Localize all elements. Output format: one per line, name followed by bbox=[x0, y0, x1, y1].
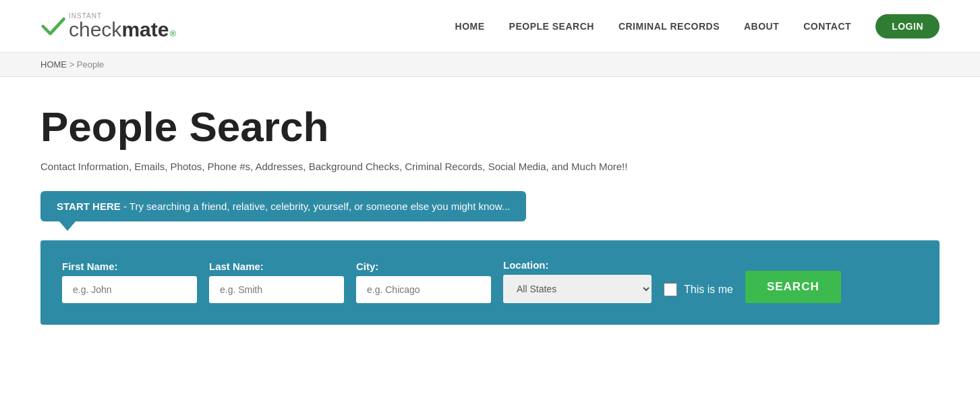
nav-criminal-records[interactable]: CRIMINAL RECORDS bbox=[618, 21, 720, 32]
logo-text: INSTANT check mate ® bbox=[69, 12, 176, 40]
logo-icon bbox=[40, 13, 67, 40]
location-select[interactable]: All States Alabama Alaska Arizona Arkans… bbox=[503, 275, 652, 303]
callout-text: - Try searching a friend, relative, cele… bbox=[121, 201, 510, 212]
breadcrumb: HOME > People bbox=[0, 53, 980, 77]
main-nav: HOME PEOPLE SEARCH CRIMINAL RECORDS ABOU… bbox=[455, 14, 940, 38]
breadcrumb-current: People bbox=[77, 59, 104, 70]
nav-home[interactable]: HOME bbox=[455, 21, 485, 32]
logo-mate: mate bbox=[121, 20, 169, 40]
first-name-input[interactable] bbox=[62, 276, 197, 303]
location-label: Location: bbox=[503, 259, 652, 271]
logo[interactable]: INSTANT check mate ® bbox=[40, 12, 176, 40]
search-form: First Name: Last Name: City: Location: A… bbox=[62, 259, 918, 303]
callout-strong: START HERE bbox=[57, 201, 121, 212]
last-name-label: Last Name: bbox=[209, 261, 344, 272]
nav-people-search[interactable]: PEOPLE SEARCH bbox=[509, 21, 594, 32]
city-group: City: bbox=[356, 261, 491, 303]
nav-about[interactable]: ABOUT bbox=[744, 21, 779, 32]
search-box: First Name: Last Name: City: Location: A… bbox=[40, 240, 940, 325]
page-title: People Search bbox=[40, 104, 940, 150]
city-label: City: bbox=[356, 261, 491, 272]
nav-contact[interactable]: CONTACT bbox=[803, 21, 851, 32]
first-name-group: First Name: bbox=[62, 261, 197, 303]
callout-banner: START HERE - Try searching a friend, rel… bbox=[40, 191, 526, 221]
search-button[interactable]: SEARCH bbox=[745, 271, 841, 303]
site-header: INSTANT check mate ® HOME PEOPLE SEARCH … bbox=[0, 0, 980, 53]
subtitle: Contact Information, Emails, Photos, Pho… bbox=[40, 161, 940, 172]
last-name-input[interactable] bbox=[209, 276, 344, 303]
breadcrumb-separator: > bbox=[69, 59, 75, 70]
location-group: Location: All States Alabama Alaska Ariz… bbox=[503, 259, 652, 303]
main-content: People Search Contact Information, Email… bbox=[0, 77, 980, 325]
this-is-me-checkbox[interactable] bbox=[664, 283, 677, 296]
logo-check: check bbox=[69, 20, 121, 40]
breadcrumb-home[interactable]: HOME bbox=[40, 59, 67, 70]
first-name-label: First Name: bbox=[62, 261, 197, 272]
this-is-me-label: This is me bbox=[684, 284, 733, 296]
city-input[interactable] bbox=[356, 276, 491, 303]
login-button[interactable]: LOGIN bbox=[875, 14, 940, 38]
last-name-group: Last Name: bbox=[209, 261, 344, 303]
this-is-me-group: This is me bbox=[664, 283, 733, 303]
